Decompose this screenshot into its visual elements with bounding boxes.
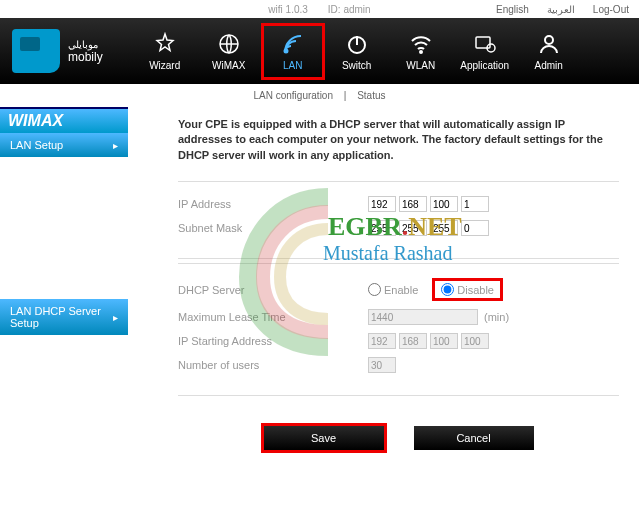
logo-icon <box>12 29 60 73</box>
header: موبايلي mobily Wizard WiMAX LAN Switch W… <box>0 18 639 84</box>
lease-time-label: Maximum Lease Time <box>178 311 368 323</box>
nav-wimax[interactable]: WiMAX <box>197 23 261 80</box>
ip-octet-4[interactable] <box>461 196 489 212</box>
sidebar-item-dhcp-setup[interactable]: LAN DHCP Server Setup ▸ <box>0 299 128 335</box>
save-button[interactable]: Save <box>264 426 384 450</box>
app-icon <box>473 32 497 56</box>
subnet-octet-4[interactable] <box>461 220 489 236</box>
users-label: Number of users <box>178 359 368 371</box>
svg-point-3 <box>420 51 422 53</box>
nav-switch[interactable]: Switch <box>325 23 389 80</box>
chevron-right-icon: ▸ <box>113 312 118 323</box>
subnav-status[interactable]: Status <box>357 90 385 101</box>
logout-link[interactable]: Log-Out <box>593 4 629 15</box>
ip-address-label: IP Address <box>178 198 368 210</box>
start-octet-3 <box>430 333 458 349</box>
version-text: wifi 1.0.3 <box>268 4 307 15</box>
nav-lan[interactable]: LAN <box>261 23 325 80</box>
nav-wizard[interactable]: Wizard <box>133 23 197 80</box>
start-ip-label: IP Starting Address <box>178 335 368 347</box>
svg-point-1 <box>284 49 287 52</box>
subnet-octet-1[interactable] <box>368 220 396 236</box>
intro-text: Your CPE is equipped with a DHCP server … <box>178 117 619 163</box>
svg-point-6 <box>545 36 553 44</box>
sidebar: WIMAX LAN Setup ▸ LAN DHCP Server Setup … <box>0 107 128 460</box>
start-octet-4 <box>461 333 489 349</box>
power-icon <box>345 32 369 56</box>
sidebar-header: WIMAX <box>0 107 128 133</box>
arabic-link[interactable]: العربية <box>547 4 575 15</box>
nav-wlan[interactable]: WLAN <box>389 23 453 80</box>
globe-icon <box>217 32 241 56</box>
sidebar-item-lan-setup[interactable]: LAN Setup ▸ <box>0 133 128 157</box>
subnav-lan-config[interactable]: LAN configuration <box>253 90 333 101</box>
dhcp-enable-radio[interactable] <box>368 283 381 296</box>
lease-unit: (min) <box>484 311 509 323</box>
lease-time-input <box>368 309 478 325</box>
ip-octet-2[interactable] <box>399 196 427 212</box>
user-icon <box>537 32 561 56</box>
top-bar: wifi 1.0.3 ID: admin English العربية Log… <box>0 0 639 18</box>
start-octet-1 <box>368 333 396 349</box>
start-octet-2 <box>399 333 427 349</box>
main-panel: EGBR.NET Mustafa Rashad Your CPE is equi… <box>128 107 639 460</box>
signal-icon <box>281 32 305 56</box>
dhcp-disable-radio[interactable] <box>441 283 454 296</box>
logo-text: موبايلي mobily <box>68 39 103 64</box>
cancel-button[interactable]: Cancel <box>414 426 534 450</box>
wizard-icon <box>153 32 177 56</box>
subnet-octet-3[interactable] <box>430 220 458 236</box>
english-link[interactable]: English <box>496 4 529 15</box>
wifi-icon <box>409 32 433 56</box>
dhcp-server-label: DHCP Server <box>178 284 368 296</box>
sub-nav: LAN configuration | Status <box>0 84 639 107</box>
subnet-label: Subnet Mask <box>178 222 368 234</box>
id-text: ID: admin <box>328 4 371 15</box>
nav-admin[interactable]: Admin <box>517 23 581 80</box>
nav-application[interactable]: Application <box>453 23 517 80</box>
ip-octet-1[interactable] <box>368 196 396 212</box>
users-input <box>368 357 396 373</box>
subnet-octet-2[interactable] <box>399 220 427 236</box>
ip-octet-3[interactable] <box>430 196 458 212</box>
main-nav: Wizard WiMAX LAN Switch WLAN Application… <box>133 23 581 80</box>
chevron-right-icon: ▸ <box>113 140 118 151</box>
